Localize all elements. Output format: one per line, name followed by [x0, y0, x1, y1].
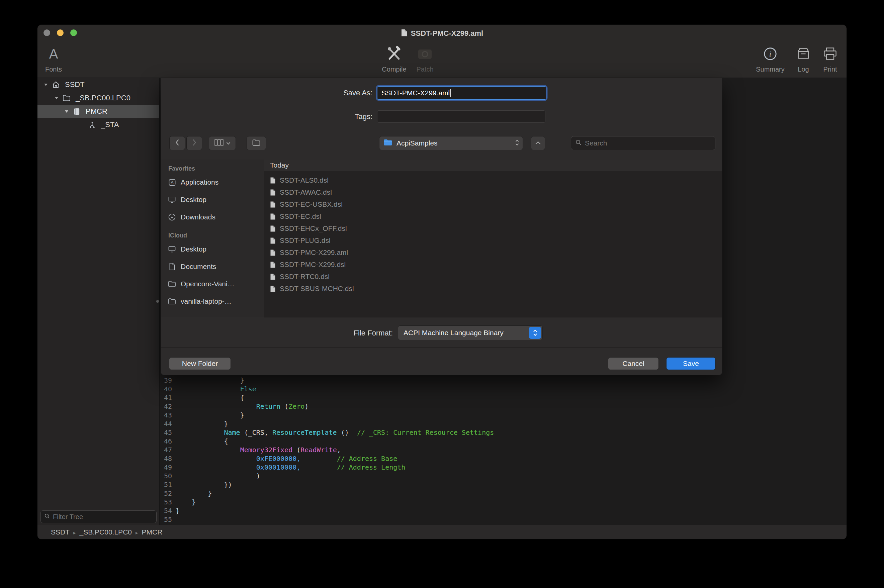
file-row[interactable]: SSDT-EHCx_OFF.dsl: [264, 222, 401, 234]
tree-item-sta[interactable]: _STA: [38, 118, 159, 132]
disclosure-triangle[interactable]: [64, 110, 69, 113]
sidebar-item-documents[interactable]: Documents: [161, 258, 264, 275]
file-row[interactable]: SSDT-ALS0.dsl: [264, 174, 401, 186]
document-icon: [270, 261, 276, 268]
code-line: 50 ): [160, 472, 494, 480]
text-caret: [450, 89, 451, 97]
code-line: 45 Name (_CRS, ResourceTemplate () // _C…: [160, 428, 494, 437]
forward-button[interactable]: [186, 136, 202, 150]
line-number: 46: [160, 437, 172, 446]
folder-blue-icon: [383, 139, 392, 147]
document-icon: [270, 273, 276, 280]
sidebar-item-label: Desktop: [181, 196, 206, 204]
file-row[interactable]: SSDT-AWAC.dsl: [264, 186, 401, 198]
maciasl-window: SSDT-PMC-X299.aml A Fonts Compile: [38, 25, 846, 539]
print-button[interactable]: Print: [810, 44, 846, 73]
file-name: SSDT-SBUS-MCHC.dsl: [280, 285, 354, 292]
method-icon: [87, 122, 97, 128]
tree-item-pmcr[interactable]: PMCR: [38, 105, 159, 118]
save-dialog: Save As: SSDT-PMC-X299.aml Tags:: [161, 78, 722, 375]
document-icon: [270, 177, 276, 184]
view-mode-button[interactable]: [209, 136, 236, 150]
document-icon: [270, 285, 276, 292]
sidebar-item-desktop[interactable]: Desktop: [161, 240, 264, 258]
code-line: 55: [160, 515, 494, 524]
line-number: 53: [160, 498, 172, 506]
code-line: 46 {: [160, 437, 494, 446]
file-row[interactable]: SSDT-EC.dsl: [264, 210, 401, 222]
tags-label: Tags:: [272, 112, 372, 121]
save-button[interactable]: Save: [666, 357, 716, 370]
filter-tree-input[interactable]: Filter Tree: [41, 510, 157, 523]
file-row[interactable]: SSDT-PMC-X299.dsl: [264, 258, 401, 271]
sidebar-item-opencore-vani[interactable]: Opencore-Vani…: [161, 275, 264, 292]
code-line: 48 0xFE000000, // Address Base: [160, 454, 494, 463]
location-popup[interactable]: AcpiSamples: [379, 136, 523, 150]
chevron-down-icon: [226, 140, 231, 146]
document-icon: [270, 249, 276, 256]
cancel-button[interactable]: Cancel: [608, 357, 659, 370]
line-number: 47: [160, 446, 172, 454]
code-line: 43 }: [160, 411, 494, 419]
file-row[interactable]: SSDT-PLUG.dsl: [264, 234, 401, 246]
group-header: Today: [264, 159, 722, 171]
breadcrumb-separator: ▸: [73, 530, 76, 536]
code-line: 53 }: [160, 498, 494, 506]
breadcrumb: SSDT▸_SB.PC00.LPC0▸PMCR: [51, 528, 162, 536]
breadcrumb-item[interactable]: _SB.PC00.LPC0: [80, 528, 132, 536]
tree-item-ssdt[interactable]: SSDT: [38, 78, 159, 91]
search-icon: [575, 139, 582, 147]
folder-icon: [168, 280, 176, 287]
document-icon: [270, 225, 276, 232]
save-as-input[interactable]: SSDT-PMC-X299.aml: [377, 86, 546, 100]
fonts-button[interactable]: A Fonts: [38, 44, 74, 73]
chevron-right-icon: [192, 139, 197, 147]
file-row[interactable]: SSDT-PMC-X299.aml: [264, 246, 401, 258]
search-input[interactable]: Search: [571, 136, 715, 150]
disclosure-triangle[interactable]: [44, 83, 48, 86]
folder-popup-button[interactable]: [246, 136, 266, 150]
desktop-icon: [168, 196, 176, 204]
fonts-icon: A: [49, 44, 58, 63]
back-button[interactable]: [169, 136, 185, 150]
patch-button[interactable]: Patch: [405, 44, 445, 73]
dialog-sidebar: FavoritesAApplicationsDesktopDownloadsiC…: [161, 159, 264, 317]
file-format-popup[interactable]: ACPI Machine Language Binary: [398, 326, 543, 340]
file-name: SSDT-EHCx_OFF.dsl: [280, 224, 347, 232]
file-row[interactable]: SSDT-RTC0.dsl: [264, 271, 401, 283]
sidebar-item-applications[interactable]: AApplications: [161, 174, 264, 191]
sidebar-item-downloads[interactable]: Downloads: [161, 208, 264, 226]
disclosure-triangle[interactable]: [54, 96, 59, 100]
splitter-grip[interactable]: [156, 300, 159, 303]
file-row[interactable]: SSDT-SBUS-MCHC.dsl: [264, 283, 401, 295]
file-row[interactable]: SSDT-EC-USBX.dsl: [264, 198, 401, 210]
sidebar-item-vanilla-laptop[interactable]: vanilla-laptop-…: [161, 292, 264, 310]
sidebar-section-header: iCloud: [161, 231, 264, 240]
breadcrumb-item[interactable]: PMCR: [142, 528, 163, 536]
desktop-icon: [168, 245, 176, 253]
file-name: SSDT-EC-USBX.dsl: [280, 200, 343, 208]
search-icon: [44, 513, 50, 520]
sidebar-item-desktop[interactable]: Desktop: [161, 191, 264, 208]
popup-stepper-icon: [529, 327, 541, 339]
breadcrumb-item[interactable]: SSDT: [51, 528, 70, 536]
window-title: SSDT-PMC-X299.aml: [411, 29, 483, 38]
code-lines: 39 }40 Else41 {42 Return (Zero)43 }44 }4…: [160, 376, 494, 524]
tree-item-sb-pc00-lpc0[interactable]: _SB.PC00.LPC0: [38, 91, 159, 105]
log-icon: [796, 44, 811, 63]
parent-folder-button[interactable]: [531, 136, 545, 150]
info-icon: i: [764, 44, 777, 63]
line-number: 42: [160, 402, 172, 411]
file-list-area: Today SSDT-ALS0.dslSSDT-AWAC.dslSSDT-EC-…: [264, 159, 722, 317]
tree-sidebar: SSDT _SB.PC00.LPC0 PMCR _STA: [38, 78, 160, 525]
save-as-label: Save As:: [272, 88, 372, 98]
line-number: 41: [160, 393, 172, 402]
tags-input[interactable]: [377, 110, 545, 123]
line-number: 50: [160, 472, 172, 480]
new-folder-button[interactable]: New Folder: [169, 357, 231, 370]
file-name: SSDT-PLUG.dsl: [280, 237, 330, 244]
column-view-icon: [215, 139, 224, 147]
code-line: 40 Else: [160, 385, 494, 393]
file-format-value: ACPI Machine Language Binary: [404, 329, 529, 337]
file-format-label: File Format:: [293, 329, 393, 338]
